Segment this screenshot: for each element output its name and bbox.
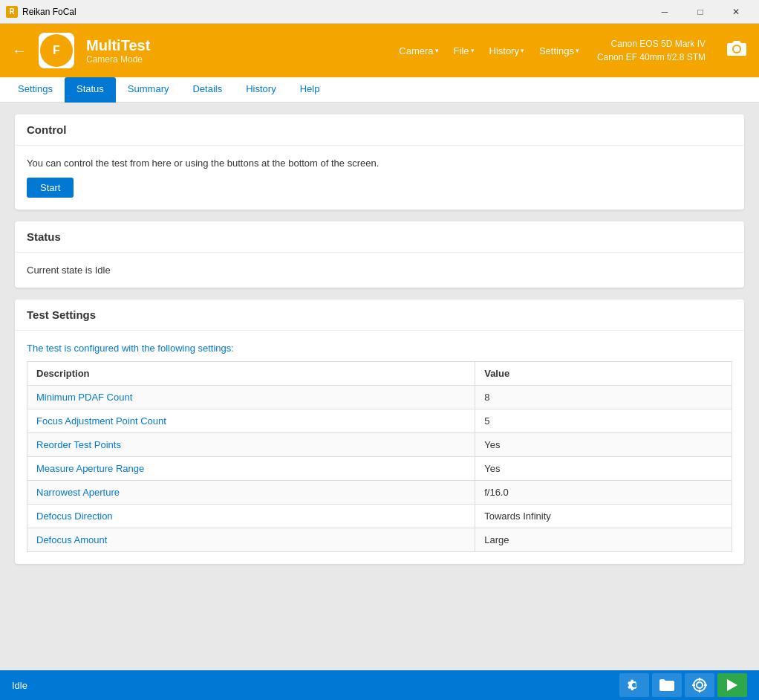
minimize-button[interactable]: ─ (648, 0, 682, 24)
settings-intro: The test is configured with the followin… (27, 343, 732, 354)
app-subtitle: Camera Mode (86, 54, 381, 65)
setting-value: 8 (475, 386, 732, 409)
table-row: Defocus AmountLarge (27, 528, 732, 552)
tab-settings[interactable]: Settings (6, 77, 65, 103)
status-bar-text: Idle (12, 680, 27, 691)
table-row: Reorder Test PointsYes (27, 433, 732, 457)
table-row: Measure Aperture RangeYes (27, 457, 732, 481)
status-bar-actions (619, 673, 747, 697)
chevron-down-icon: ▾ (435, 47, 439, 54)
svg-point-2 (694, 679, 706, 691)
nav-menus: Camera ▾ File ▾ History ▾ Settings ▾ (393, 42, 585, 59)
tab-details[interactable]: Details (180, 77, 234, 103)
test-settings-body: The test is configured with the followin… (15, 331, 744, 564)
file-menu[interactable]: File ▾ (448, 42, 481, 59)
svg-point-3 (697, 682, 703, 688)
setting-value: Yes (475, 433, 732, 457)
settings-menu[interactable]: Settings ▾ (533, 42, 585, 59)
chevron-down-icon: ▾ (471, 47, 475, 54)
close-button[interactable]: ✕ (719, 0, 753, 24)
table-row: Minimum PDAF Count8 (27, 386, 732, 409)
tab-help[interactable]: Help (288, 77, 332, 103)
camera-info: Canon EOS 5D Mark IV Canon EF 40mm f/2.8… (597, 37, 706, 64)
play-bar-button[interactable] (717, 673, 747, 697)
status-card-title: Status (15, 221, 744, 253)
camera-model: Canon EOS 5D Mark IV (597, 37, 706, 51)
camera-button[interactable] (726, 39, 747, 62)
setting-value: Large (475, 528, 732, 552)
control-card-title: Control (15, 114, 744, 146)
setting-description: Minimum PDAF Count (27, 386, 475, 409)
table-row: Focus Adjustment Point Count5 (27, 409, 732, 433)
app-title: MultiTest (86, 37, 381, 54)
main-content: Control You can control the test from he… (0, 103, 759, 670)
control-card-body: You can control the test from here or us… (15, 146, 744, 210)
tabs-bar: Settings Status Summary Details History … (0, 77, 759, 103)
setting-value: 5 (475, 409, 732, 433)
history-menu[interactable]: History ▾ (483, 42, 530, 59)
chevron-down-icon: ▾ (576, 47, 579, 54)
tab-summary[interactable]: Summary (116, 77, 181, 103)
tab-history[interactable]: History (234, 77, 287, 103)
app-header: ← F MultiTest Camera Mode Camera ▾ File … (0, 24, 759, 77)
col-value: Value (475, 362, 732, 386)
back-button[interactable]: ← (12, 42, 27, 59)
col-description: Description (27, 362, 475, 386)
setting-description: Defocus Amount (27, 528, 475, 552)
chevron-down-icon: ▾ (521, 47, 524, 54)
status-bar: Idle (0, 670, 759, 700)
status-state-text: Current state is Idle (27, 265, 732, 276)
test-settings-card: Test Settings The test is configured wit… (15, 299, 744, 564)
test-settings-title: Test Settings (15, 299, 744, 331)
setting-value: Towards Infinity (475, 505, 732, 528)
maximize-button[interactable]: □ (683, 0, 717, 24)
app-name: Reikan FoCal (22, 7, 76, 17)
status-card: Status Current state is Idle (15, 221, 744, 288)
folder-bar-button[interactable] (652, 673, 682, 697)
tab-status[interactable]: Status (65, 77, 116, 103)
title-bar-controls: ─ □ ✕ (648, 0, 753, 24)
camera-menu[interactable]: Camera ▾ (393, 42, 444, 59)
setting-description: Defocus Direction (27, 505, 475, 528)
title-bar-left: R Reikan FoCal (6, 6, 76, 18)
start-button[interactable]: Start (27, 178, 74, 198)
app-logo: F (39, 33, 74, 68)
title-bar: R Reikan FoCal ─ □ ✕ (0, 0, 759, 24)
setting-description: Reorder Test Points (27, 433, 475, 457)
table-row: Defocus DirectionTowards Infinity (27, 505, 732, 528)
setting-description: Narrowest Aperture (27, 481, 475, 505)
settings-bar-button[interactable] (619, 673, 649, 697)
setting-description: Measure Aperture Range (27, 457, 475, 481)
setting-description: Focus Adjustment Point Count (27, 409, 475, 433)
setting-value: Yes (475, 457, 732, 481)
svg-text:F: F (53, 44, 60, 56)
app-title-block: MultiTest Camera Mode (86, 37, 381, 65)
control-card: Control You can control the test from he… (15, 114, 744, 210)
setting-value: f/16.0 (475, 481, 732, 505)
lens-model: Canon EF 40mm f/2.8 STM (597, 51, 706, 64)
app-icon: R (6, 6, 18, 18)
status-card-body: Current state is Idle (15, 253, 744, 288)
svg-marker-8 (727, 679, 737, 691)
settings-table: Description Value Minimum PDAF Count8Foc… (27, 361, 732, 552)
table-row: Narrowest Aperturef/16.0 (27, 481, 732, 505)
control-description: You can control the test from here or us… (27, 158, 732, 169)
target-bar-button[interactable] (685, 673, 714, 697)
